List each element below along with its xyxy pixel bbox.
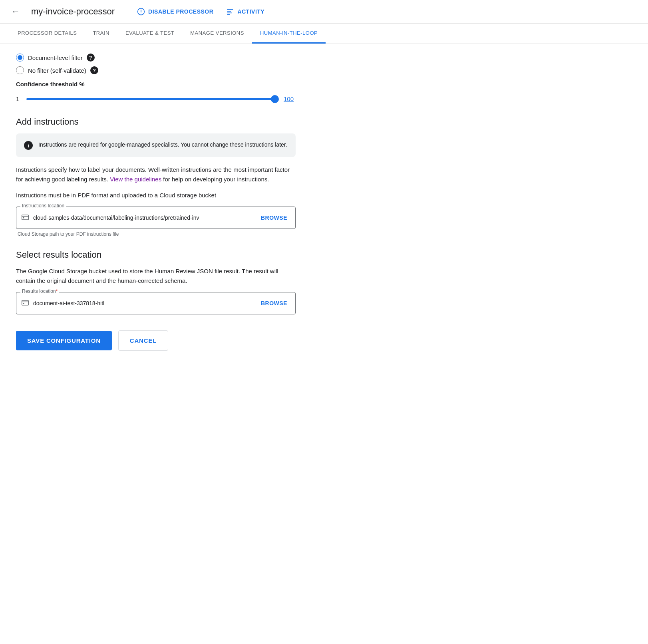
tab-evaluate-test[interactable]: EVALUATE & TEST bbox=[117, 24, 182, 44]
svg-rect-10 bbox=[23, 303, 24, 304]
top-actions: DISABLE PROCESSOR ACTIVITY bbox=[137, 8, 264, 16]
slider-track bbox=[26, 98, 277, 100]
filter-options: Document-level filter ? No filter (self-… bbox=[16, 54, 296, 74]
instructions-browse-button[interactable]: BROWSE bbox=[258, 211, 290, 224]
tab-manage-versions[interactable]: MANAGE VERSIONS bbox=[182, 24, 252, 44]
results-location-input-wrapper: Results location* document-ai-test-33781… bbox=[16, 292, 296, 314]
svg-rect-6 bbox=[227, 14, 231, 15]
add-instructions-section: Add instructions i Instructions are requ… bbox=[16, 117, 296, 237]
info-icon: i bbox=[24, 141, 33, 150]
tab-train[interactable]: TRAIN bbox=[85, 24, 117, 44]
results-location-title: Select results location bbox=[16, 250, 296, 260]
add-instructions-title: Add instructions bbox=[16, 117, 296, 127]
no-filter-radio[interactable] bbox=[16, 66, 24, 74]
document-level-radio[interactable] bbox=[16, 54, 24, 62]
confidence-threshold-label: Confidence threshold % bbox=[16, 81, 296, 87]
activity-label: ACTIVITY bbox=[237, 8, 264, 15]
top-bar: ← my-invoice-processor DISABLE PROCESSOR… bbox=[0, 0, 648, 24]
slider-thumb[interactable] bbox=[271, 95, 279, 103]
disable-icon bbox=[137, 8, 145, 16]
instructions-description: Instructions specify how to label your d… bbox=[16, 165, 296, 184]
actions-row: SAVE CONFIGURATION CANCEL bbox=[16, 330, 296, 367]
slider-row: 1 100 bbox=[16, 95, 296, 102]
instructions-location-label: Instructions location bbox=[20, 203, 66, 209]
svg-rect-8 bbox=[23, 217, 24, 219]
svg-rect-4 bbox=[227, 11, 231, 12]
results-location-label: Results location* bbox=[20, 288, 59, 294]
no-filter-help-icon[interactable]: ? bbox=[90, 66, 98, 74]
tab-human-in-the-loop[interactable]: HUMAN-IN-THE-LOOP bbox=[252, 24, 326, 44]
cancel-button[interactable]: CANCEL bbox=[118, 330, 168, 351]
save-configuration-button[interactable]: SAVE CONFIGURATION bbox=[16, 331, 112, 350]
svg-rect-7 bbox=[22, 215, 29, 220]
no-filter-label: No filter (self-validate) bbox=[28, 67, 86, 74]
disable-processor-button[interactable]: DISABLE PROCESSOR bbox=[137, 8, 213, 16]
results-browse-button[interactable]: BROWSE bbox=[258, 297, 290, 310]
results-location-value: document-ai-test-337818-hitl bbox=[33, 300, 254, 306]
processor-title: my-invoice-processor bbox=[31, 6, 115, 17]
svg-point-2 bbox=[141, 13, 141, 14]
instructions-location-hint: Cloud Storage path to your PDF instructi… bbox=[18, 231, 296, 237]
svg-rect-3 bbox=[227, 9, 233, 10]
document-level-help-icon[interactable]: ? bbox=[87, 54, 95, 62]
nav-tabs: PROCESSOR DETAILS TRAIN EVALUATE & TEST … bbox=[0, 24, 648, 44]
svg-rect-5 bbox=[227, 13, 233, 14]
view-guidelines-link[interactable]: View the guidelines bbox=[110, 176, 161, 183]
results-location-section: Select results location The Google Cloud… bbox=[16, 250, 296, 314]
results-location-description: The Google Cloud Storage bucket used to … bbox=[16, 266, 296, 286]
document-level-label: Document-level filter bbox=[28, 54, 83, 61]
pdf-instructions-text: Instructions must be in PDF format and u… bbox=[16, 191, 296, 200]
tab-processor-details[interactable]: PROCESSOR DETAILS bbox=[10, 24, 85, 44]
slider-container bbox=[26, 98, 277, 100]
slider-value: 100 bbox=[284, 95, 296, 102]
slider-min-label: 1 bbox=[16, 96, 20, 102]
required-star: * bbox=[56, 288, 58, 294]
activity-button[interactable]: ACTIVITY bbox=[226, 8, 264, 16]
svg-rect-9 bbox=[22, 300, 29, 305]
results-storage-icon bbox=[21, 299, 29, 308]
instructions-location-value: cloud-samples-data/documentai/labeling-i… bbox=[33, 215, 254, 221]
link-suffix: for help on developing your instructions… bbox=[163, 176, 269, 183]
main-content: Document-level filter ? No filter (self-… bbox=[0, 44, 312, 376]
instructions-location-group: Instructions location cloud-samples-data… bbox=[16, 207, 296, 237]
instructions-location-input-wrapper: Instructions location cloud-samples-data… bbox=[16, 207, 296, 229]
disable-processor-label: DISABLE PROCESSOR bbox=[148, 8, 213, 15]
no-filter-row: No filter (self-validate) ? bbox=[16, 66, 296, 74]
confidence-threshold-section: Confidence threshold % 1 100 bbox=[16, 81, 296, 102]
results-location-group: Results location* document-ai-test-33781… bbox=[16, 292, 296, 314]
document-level-filter-row: Document-level filter ? bbox=[16, 54, 296, 62]
storage-icon bbox=[21, 213, 29, 223]
info-box: i Instructions are required for google-m… bbox=[16, 133, 296, 157]
activity-icon bbox=[226, 8, 234, 16]
back-button[interactable]: ← bbox=[10, 5, 22, 18]
info-box-text: Instructions are required for google-man… bbox=[38, 141, 287, 149]
